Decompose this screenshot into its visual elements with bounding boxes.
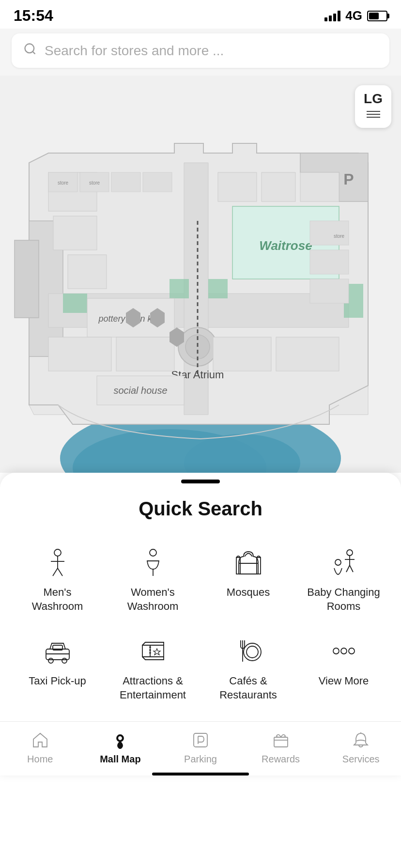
drag-handle[interactable] [181,480,220,483]
quick-search-attractions[interactable]: Attractions &Entertainment [105,626,200,710]
svg-rect-63 [46,649,69,660]
svg-rect-34 [143,172,172,192]
svg-point-75 [349,648,355,654]
battery-icon [367,11,387,21]
status-bar: 15:54 4G [0,0,401,29]
svg-point-77 [119,737,122,740]
search-bar[interactable]: Search for stores and more ... [12,33,389,68]
svg-rect-33 [111,172,140,192]
svg-point-57 [347,550,353,556]
services-nav-icon [350,729,371,751]
quick-search-grid: Men'sWashroom Women'sWashroom [0,537,401,721]
quick-search-mosques[interactable]: Mosques [200,537,296,621]
bottom-nav: Home Mall Map Parking [0,721,401,769]
search-icon [23,42,37,59]
svg-text:store: store [89,180,100,186]
svg-point-73 [333,648,339,654]
svg-rect-28 [276,337,339,371]
svg-rect-35 [310,221,349,245]
svg-line-1 [32,51,35,54]
womens-washroom-label: Women'sWashroom [127,586,179,613]
svg-point-62 [335,559,341,565]
svg-text:Waitrose: Waitrose [259,238,312,253]
svg-rect-26 [116,337,174,371]
quick-search-cafes[interactable]: Cafés &Restaurants [200,626,296,710]
svg-rect-55 [236,558,240,574]
svg-point-74 [341,648,347,654]
signal-icon [324,11,340,21]
svg-rect-15 [63,294,87,313]
svg-rect-12 [300,172,339,202]
svg-point-64 [48,658,53,663]
svg-rect-25 [48,337,111,371]
food-icon [231,634,266,668]
parking-nav-label: Parking [184,754,217,765]
nav-home[interactable]: Home [0,729,80,765]
mens-washroom-icon [40,545,75,580]
network-label: 4G [345,8,362,23]
quick-search-mens-washroom[interactable]: Men'sWashroom [10,537,105,621]
svg-point-65 [62,658,67,663]
quick-search-womens-washroom[interactable]: Women'sWashroom [105,537,200,621]
search-placeholder: Search for stores and more ... [45,43,378,59]
mens-washroom-label: Men'sWashroom [32,586,83,613]
search-container: Search for stores and more ... [0,29,401,76]
mall-map-nav-label: Mall Map [100,754,140,765]
svg-text:social house: social house [113,385,167,396]
map-area[interactable]: P Waitrose pottery barn kids [0,76,401,473]
rewards-nav-label: Rewards [262,754,300,765]
svg-rect-10 [218,172,257,202]
parking-nav-icon [190,729,211,751]
baby-changing-label: Baby ChangingRooms [307,586,380,613]
status-time: 15:54 [14,7,53,25]
home-indicator [152,773,249,775]
svg-rect-8 [53,216,97,250]
svg-rect-16 [170,279,189,298]
womens-washroom-icon [136,545,170,580]
svg-text:store: store [58,180,69,186]
attractions-label: Attractions &Entertainment [120,674,186,702]
taxi-label: Taxi Pick-up [29,674,86,688]
svg-rect-37 [310,279,349,303]
svg-point-72 [247,646,258,658]
svg-rect-54 [239,563,258,574]
status-right: 4G [324,8,387,23]
quick-search-title: Quick Search [0,498,401,520]
svg-rect-11 [262,172,295,202]
svg-rect-79 [274,737,288,747]
quick-search-baby-changing[interactable]: Baby ChangingRooms [296,537,391,621]
svg-line-50 [53,568,58,576]
svg-rect-36 [310,250,349,274]
svg-line-51 [58,568,62,576]
attractions-icon [136,634,170,668]
rewards-nav-icon [270,729,292,751]
bottom-sheet: Quick Search Men'sWashroom [0,473,401,775]
mall-map-nav-icon [109,729,131,751]
svg-point-52 [150,549,156,556]
svg-text:P: P [343,170,354,188]
services-nav-label: Services [342,754,380,765]
view-more-icon [326,634,361,668]
svg-rect-56 [257,558,261,574]
home-nav-label: Home [27,754,53,765]
nav-rewards[interactable]: Rewards [241,729,321,765]
svg-point-47 [54,549,61,556]
svg-line-60 [346,565,350,572]
nav-services[interactable]: Services [321,729,401,765]
home-nav-icon [30,729,51,751]
level-button[interactable]: LG [355,85,391,128]
layers-icon [366,108,381,122]
svg-rect-9 [68,255,107,289]
taxi-icon [40,634,75,668]
svg-rect-17 [208,279,228,298]
nav-mall-map[interactable]: Mall Map [80,729,161,765]
quick-search-view-more[interactable]: View More [296,626,391,710]
svg-rect-27 [213,337,271,371]
quick-search-taxi[interactable]: Taxi Pick-up [10,626,105,710]
mall-map-svg: P Waitrose pottery barn kids [0,76,401,473]
nav-parking[interactable]: Parking [160,729,241,765]
level-label: LG [364,91,383,107]
view-more-label: View More [319,674,369,688]
mosque-icon [231,545,266,580]
svg-point-0 [25,44,34,53]
